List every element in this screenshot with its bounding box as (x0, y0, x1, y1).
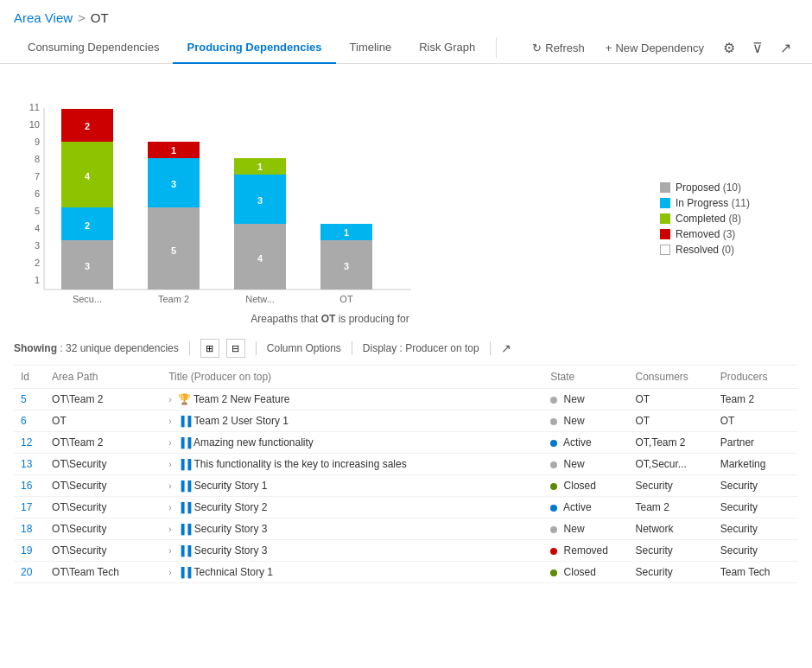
legend-proposed-color (660, 182, 670, 193)
table-row: 6 OT › ▐▐ Team 2 User Story 1 New OT OT (14, 410, 798, 432)
cell-state: Closed (543, 562, 628, 583)
svg-text:6: 6 (35, 188, 40, 199)
collapse-all-button[interactable]: ⊟ (226, 339, 245, 358)
expand-chevron[interactable]: › (168, 503, 171, 512)
cell-area: OT\Security (45, 454, 162, 475)
id-link[interactable]: 18 (21, 523, 32, 535)
expand-chevron[interactable]: › (168, 568, 171, 577)
col-header-producers: Producers (714, 366, 798, 389)
cell-state: New (543, 389, 628, 410)
expand-chevron[interactable]: › (168, 417, 171, 426)
cell-id: 5 (14, 389, 45, 410)
nav-divider (496, 37, 497, 58)
expand-button[interactable]: ↗ (773, 35, 798, 61)
svg-text:3: 3 (171, 179, 176, 189)
breadcrumb-separator: > (78, 10, 86, 25)
title-text: Team 2 User Story 1 (194, 415, 289, 427)
expand-chevron[interactable]: › (168, 546, 171, 556)
id-link[interactable]: 19 (21, 544, 32, 557)
showing-label: Showing : 32 unique dependencies (14, 342, 179, 354)
title-text: Security Story 1 (194, 480, 268, 492)
cell-area: OT\Security (45, 540, 162, 562)
refresh-button[interactable]: ↻ Refresh (523, 36, 593, 60)
id-link[interactable]: 6 (21, 415, 27, 427)
tab-producing-dependencies[interactable]: Producing Dependencies (173, 32, 335, 64)
cell-title: › ▐▐ This functionality is the key to in… (162, 454, 543, 475)
svg-text:2: 2 (85, 121, 90, 131)
cell-id: 6 (14, 410, 45, 432)
svg-text:8: 8 (35, 154, 40, 164)
settings-button[interactable]: ⚙ (716, 35, 742, 61)
cell-area: OT (45, 410, 162, 432)
chart-title: Areapaths that OT is producing for (14, 313, 646, 325)
svg-text:10: 10 (29, 119, 40, 130)
showing-divider-3 (352, 341, 352, 355)
id-link[interactable]: 16 (21, 480, 32, 492)
cell-area: OT\Team Tech (45, 562, 162, 583)
column-options-button[interactable]: Column Options (267, 342, 341, 354)
state-dot (550, 397, 557, 404)
id-link[interactable]: 5 (21, 393, 27, 405)
cell-consumers: Team 2 (628, 497, 713, 518)
showing-divider-2 (256, 341, 257, 355)
legend-resolved: Resolved (0) (660, 244, 798, 256)
table-row: 5 OT\Team 2 › 🏆 Team 2 New Feature New O… (14, 389, 798, 410)
cell-area: OT\Team 2 (45, 432, 162, 454)
id-link[interactable]: 20 (21, 566, 32, 578)
cell-id: 16 (14, 475, 45, 497)
cell-producers: Team 2 (714, 389, 798, 410)
cell-producers: Team Tech (714, 562, 798, 583)
cell-id: 20 (14, 562, 45, 583)
col-header-id: Id (14, 366, 45, 389)
dependencies-table: Id Area Path Title (Producer on top) Sta… (14, 366, 798, 583)
title-text: This functionality is the key to increas… (194, 458, 407, 470)
cell-consumers: OT,Team 2 (628, 432, 713, 454)
cell-consumers: OT,Secur... (628, 454, 713, 475)
cell-area: OT\Security (45, 497, 162, 518)
cell-consumers: Security (628, 475, 713, 497)
col-header-consumers: Consumers (628, 366, 713, 389)
svg-text:9: 9 (35, 137, 40, 147)
tab-consuming-dependencies[interactable]: Consuming Dependencies (14, 32, 173, 64)
filter-button[interactable]: ⊽ (745, 35, 770, 61)
fullscreen-button[interactable]: ↗ (501, 341, 511, 355)
svg-text:1: 1 (35, 275, 40, 285)
table-header-row: Id Area Path Title (Producer on top) Sta… (14, 366, 798, 389)
state-text: Removed (564, 544, 608, 557)
cell-state: New (543, 410, 628, 432)
expand-all-button[interactable]: ⊞ (200, 339, 219, 358)
cell-producers: OT (714, 410, 798, 432)
expand-chevron[interactable]: › (168, 395, 171, 404)
svg-text:5: 5 (35, 206, 40, 216)
cell-title: › ▐▐ Security Story 3 (162, 540, 543, 562)
table-row: 17 OT\Security › ▐▐ Security Story 2 Act… (14, 497, 798, 518)
expand-chevron[interactable]: › (168, 525, 171, 534)
new-dependency-button[interactable]: + New Dependency (597, 36, 713, 60)
table-row: 20 OT\Team Tech › ▐▐ Technical Story 1 C… (14, 562, 798, 583)
display-button[interactable]: Display : Producer on top (363, 342, 479, 354)
refresh-icon: ↻ (532, 41, 542, 54)
tab-timeline[interactable]: Timeline (336, 32, 406, 64)
legend-completed: Completed (8) (660, 213, 798, 225)
legend-removed-color (660, 229, 670, 239)
cell-producers: Security (714, 518, 798, 540)
expand-chevron[interactable]: › (168, 460, 171, 469)
tab-risk-graph[interactable]: Risk Graph (405, 32, 489, 64)
breadcrumb-area-link[interactable]: Area View (14, 10, 73, 25)
legend-inprogress-color (660, 198, 670, 208)
title-text: Security Story 3 (194, 523, 268, 535)
col-header-state: State (543, 366, 628, 389)
state-text: New (564, 393, 585, 405)
svg-text:5: 5 (171, 245, 176, 256)
cell-state: Closed (543, 475, 628, 497)
cell-producers: Security (714, 540, 798, 562)
id-link[interactable]: 12 (21, 436, 32, 449)
state-dot (550, 461, 557, 468)
showing-divider-1 (189, 341, 190, 355)
expand-chevron[interactable]: › (168, 438, 171, 448)
id-link[interactable]: 17 (21, 501, 32, 513)
id-link[interactable]: 13 (21, 458, 32, 470)
expand-chevron[interactable]: › (168, 481, 171, 491)
svg-text:4: 4 (85, 171, 91, 181)
svg-text:2: 2 (35, 258, 40, 268)
